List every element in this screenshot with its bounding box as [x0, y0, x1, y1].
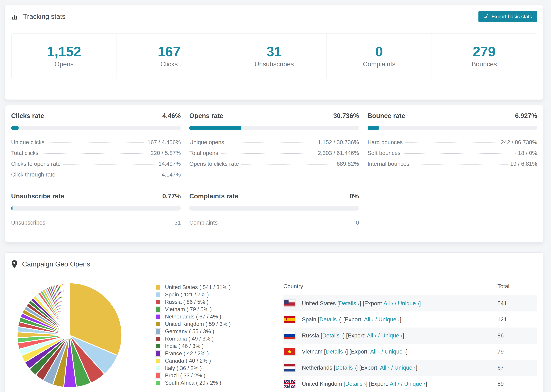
rate-title: Bounce rate: [367, 112, 405, 119]
stat-card-value: 0: [375, 44, 383, 59]
export-unique-link[interactable]: Unique ›: [379, 316, 400, 322]
legend-item[interactable]: Vietnam ( 79 / 5% ): [155, 306, 258, 313]
country-cell-content: Netherlands [Details ›] [Export: All › /…: [283, 364, 497, 371]
legend-item[interactable]: Russia ( 86 / 5% ): [155, 298, 258, 305]
rate-stat-label: Total opens: [189, 150, 218, 156]
summary-cards-row: 1,152Opens167Clicks31Unsubscribes0Compla…: [11, 33, 537, 79]
details-link[interactable]: Details ›: [326, 348, 346, 355]
export-unique-link[interactable]: Unique ›: [404, 381, 426, 387]
rate-stat-value: 220 / 5.87%: [151, 150, 181, 156]
export-button-label: Export basic stats: [491, 14, 532, 20]
rate-stat-label: Hard bounces: [367, 139, 403, 146]
country-name: Netherlands: [302, 364, 334, 371]
details-link[interactable]: Details ›: [322, 332, 343, 339]
legend-item[interactable]: United Kingdom ( 59 / 3% ): [155, 321, 258, 328]
rate-title: Clicks rate: [11, 112, 44, 119]
legend-swatch: [155, 380, 161, 386]
rate-stat-label: Soft bounces: [367, 150, 401, 156]
rate-header: Complaints rate0%: [189, 193, 359, 200]
details-link[interactable]: Details ›: [335, 364, 356, 371]
stat-card-label: Complaints: [363, 61, 396, 68]
rate-progress-bar: [367, 126, 537, 130]
geo-body: United States ( 541 / 31% )Spain ( 121 /…: [5, 276, 543, 392]
legend-item[interactable]: Netherlands ( 67 / 4% ): [155, 313, 258, 320]
geo-title: Campaign Geo Opens: [22, 260, 90, 268]
legend-item[interactable]: Canada ( 40 / 2% ): [155, 357, 258, 364]
link-separator: /: [393, 300, 398, 307]
rate-stat-row: Internal bounces19 / 6.81%: [367, 161, 537, 167]
rate-stat-value: 31: [175, 219, 181, 226]
legend-swatch: [155, 307, 161, 312]
country-total: 121: [497, 311, 537, 328]
rate-progress-fill: [189, 126, 241, 130]
country-links: Vietnam [Details ›] [Export: All › / Uni…: [302, 348, 408, 355]
rate-stat-label: Complaints: [189, 219, 218, 226]
export-all-link[interactable]: All ›: [390, 381, 400, 387]
bar-chart-icon: [11, 13, 19, 20]
country-name: Vietnam: [302, 348, 324, 355]
dotted-leader: [47, 142, 145, 143]
dotted-leader: [58, 175, 159, 175]
rate-progress-bar: [189, 206, 359, 210]
details-link[interactable]: Details ›: [319, 316, 340, 322]
details-link[interactable]: Details ›: [345, 381, 366, 387]
export-unique-link[interactable]: Unique ›: [395, 364, 416, 371]
export-all-link[interactable]: All ›: [370, 348, 380, 355]
country-total: 67: [497, 360, 537, 376]
flag-icon-us: [284, 300, 295, 307]
legend-item[interactable]: Brazil ( 33 / 2% ): [155, 372, 258, 379]
export-unique-link[interactable]: Unique ›: [398, 300, 419, 307]
rate-block: Bounce rate6.927%Hard bounces242 / 86.73…: [367, 112, 537, 178]
legend-item[interactable]: India ( 46 / 3% ): [155, 343, 258, 350]
legend-item[interactable]: Germany ( 55 / 3% ): [155, 328, 258, 335]
column-header-country: Country: [283, 277, 497, 295]
country-cell-content: United Kingdom [Details ›] [Export: All …: [283, 380, 497, 388]
geo-table-row: United Kingdom [Details ›] [Export: All …: [283, 376, 537, 392]
export-unique-link[interactable]: Unique ›: [381, 332, 403, 339]
legend-item[interactable]: Romania ( 49 / 3% ): [155, 335, 258, 342]
legend-item[interactable]: France ( 42 / 2% ): [155, 350, 258, 357]
country-links: Spain [Details ›] [Export: All › / Uniqu…: [302, 316, 401, 323]
stat-card: 279Bounces: [432, 34, 537, 79]
legend-item[interactable]: United States ( 541 / 31% ): [155, 284, 258, 291]
export-basic-stats-button[interactable]: Export basic stats: [479, 11, 537, 22]
stat-card: 167Clicks: [117, 34, 222, 79]
dotted-leader: [48, 223, 172, 223]
export-all-link[interactable]: All ›: [367, 332, 377, 339]
rate-header: Opens rate30.736%: [189, 112, 359, 119]
legend-item[interactable]: Italy ( 36 / 2% ): [155, 365, 258, 372]
export-all-link[interactable]: All ›: [380, 364, 390, 371]
country-cell: Spain [Details ›] [Export: All › / Uniqu…: [283, 311, 497, 328]
details-link[interactable]: Details ›: [339, 300, 360, 307]
legend-item[interactable]: South Africa ( 29 / 2% ): [155, 379, 258, 386]
stat-card-label: Opens: [54, 61, 74, 68]
rate-stat-row: Unique opens1,152 / 30.736%: [189, 139, 359, 146]
legend-item[interactable]: Spain ( 121 / 7% ): [155, 291, 258, 298]
country-links: United Kingdom [Details ›] [Export: All …: [302, 381, 427, 387]
stat-card-label: Unsubscribes: [254, 61, 294, 68]
legend-label: Canada ( 40 / 2% ): [165, 358, 211, 364]
country-cell-content: Russia [Details ›] [Export: All › / Uniq…: [283, 332, 497, 339]
export-unique-link[interactable]: Unique ›: [385, 348, 406, 355]
legend-label: France ( 42 / 2% ): [165, 350, 209, 357]
rate-block: Clicks rate4.46%Unique clicks167 / 4.456…: [11, 112, 181, 178]
rate-block: Complaints rate0%Complaints0: [189, 193, 359, 226]
legend-label: Russia ( 86 / 5% ): [165, 299, 208, 305]
stat-card-value: 1,152: [47, 44, 81, 59]
link-separator: /: [374, 316, 379, 322]
dotted-leader: [41, 153, 148, 154]
legend-label: United States ( 541 / 31% ): [165, 284, 231, 290]
country-links: Russia [Details ›] [Export: All › / Uniq…: [302, 332, 404, 339]
legend-label: Italy ( 36 / 2% ): [165, 365, 202, 371]
legend-label: United Kingdom ( 59 / 3% ): [165, 321, 231, 327]
rate-stat-label: Total clicks: [11, 150, 38, 156]
geo-table-row: Vietnam [Details ›] [Export: All › / Uni…: [283, 343, 537, 360]
export-all-link[interactable]: All ›: [383, 300, 393, 307]
rate-stat-value: 19 / 6.81%: [510, 161, 537, 167]
legend-label: South Africa ( 29 / 2% ): [165, 380, 221, 386]
legend-swatch: [155, 336, 161, 342]
export-all-link[interactable]: All ›: [364, 316, 374, 322]
rate-progress-fill: [367, 126, 379, 130]
rate-progress-fill: [11, 206, 13, 210]
dotted-leader: [405, 142, 498, 143]
